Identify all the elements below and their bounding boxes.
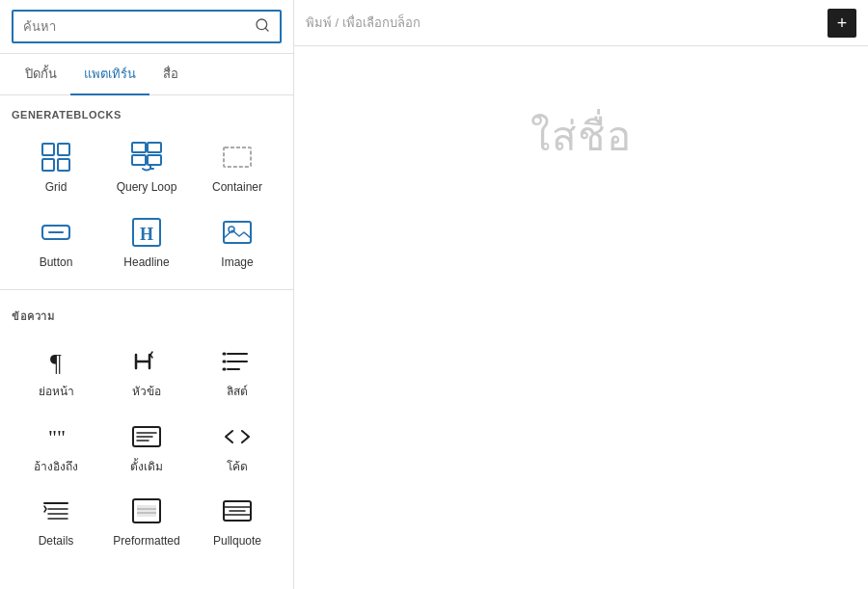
container-icon	[220, 140, 255, 174]
tab-pattern[interactable]: แพตเทิร์น	[70, 54, 149, 95]
svg-text:": "	[57, 425, 66, 449]
block-item-quote[interactable]: " " อ้างอิงถึง	[12, 410, 100, 483]
svg-rect-3	[58, 144, 69, 155]
toolbar-hint: พิมพ์ / เพื่อเลือกบล็อก	[306, 13, 420, 33]
section-divider	[0, 289, 293, 290]
svg-rect-2	[42, 144, 54, 155]
text-blocks-grid: ¶ ย่อหน้า หัวข้อ	[0, 331, 293, 565]
details-icon	[39, 494, 73, 528]
toolbar-right: +	[827, 9, 856, 38]
block-item-classic[interactable]: ตั้งเดิม	[102, 410, 191, 483]
block-item-pullquote[interactable]: Pullquote	[193, 484, 282, 557]
svg-rect-7	[148, 143, 161, 152]
block-item-query-loop[interactable]: Query Loop	[102, 130, 191, 203]
block-item-image[interactable]: Image	[193, 205, 282, 279]
block-label-quote: อ้างอิงถึง	[34, 460, 78, 475]
svg-rect-4	[42, 159, 54, 171]
paragraph-icon: ¶	[39, 344, 73, 379]
svg-rect-36	[137, 505, 156, 517]
svg-rect-5	[58, 159, 69, 171]
generateblocks-label: GENERATEBLOCKS	[0, 95, 293, 126]
block-label-container: Container	[212, 180, 262, 196]
classic-icon	[129, 419, 164, 454]
quote-icon: " "	[39, 419, 73, 454]
toolbar: พิมพ์ / เพื่อเลือกบล็อก +	[294, 0, 868, 46]
block-label-preformatted: Preformatted	[113, 534, 179, 549]
right-panel: พิมพ์ / เพื่อเลือกบล็อก + ใส่ชื่อ	[294, 0, 868, 589]
grid-icon	[39, 140, 73, 174]
block-label-classic: ตั้งเดิม	[130, 460, 163, 475]
block-label-button: Button	[40, 255, 73, 271]
svg-text:": "	[48, 425, 57, 449]
headline-icon: H	[129, 215, 164, 250]
search-bar	[0, 0, 293, 54]
block-item-paragraph[interactable]: ¶ ย่อหน้า	[12, 335, 100, 408]
block-label-headline: Headline	[123, 255, 169, 271]
tabs-bar: ปิดกั้น แพตเทิร์น สื่อ	[0, 54, 293, 95]
block-item-grid[interactable]: Grid	[12, 130, 100, 203]
block-item-button[interactable]: Button	[12, 205, 100, 279]
block-item-details[interactable]: Details	[12, 484, 100, 557]
search-wrapper	[12, 10, 282, 43]
block-label-grid: Grid	[45, 180, 68, 196]
block-label-image: Image	[221, 255, 253, 271]
block-item-container[interactable]: Container	[193, 130, 282, 203]
search-input[interactable]	[23, 19, 255, 34]
svg-text:¶: ¶	[50, 349, 62, 377]
block-label-heading: หัวข้อ	[132, 385, 161, 400]
block-item-heading[interactable]: หัวข้อ	[102, 335, 191, 408]
generateblocks-grid: Grid Query Loop C	[0, 126, 293, 285]
image-icon	[220, 215, 255, 250]
block-item-headline[interactable]: H Headline	[102, 205, 191, 279]
content-area[interactable]: ใส่ชื่อ	[294, 46, 868, 589]
add-block-button[interactable]: +	[827, 9, 856, 38]
svg-text:H: H	[140, 225, 153, 244]
block-item-code[interactable]: โค้ด	[193, 410, 282, 483]
block-item-list[interactable]: ลิสต์	[193, 335, 282, 408]
block-label-pullquote: Pullquote	[213, 534, 261, 549]
block-label-list: ลิสต์	[227, 385, 248, 400]
left-panel: ปิดกั้น แพตเทิร์น สื่อ GENERATEBLOCKS Gr…	[0, 0, 294, 589]
list-icon	[220, 344, 255, 379]
code-icon	[220, 419, 255, 454]
heading-icon	[129, 344, 164, 379]
tab-block[interactable]: ปิดกั้น	[12, 54, 70, 95]
button-icon	[39, 215, 73, 250]
svg-rect-8	[132, 155, 146, 165]
page-title-placeholder: ใส่ชื่อ	[530, 104, 632, 168]
svg-rect-9	[148, 155, 161, 165]
block-label-details: Details	[39, 534, 74, 549]
query-loop-icon	[129, 140, 164, 174]
block-label-paragraph: ย่อหน้า	[39, 385, 74, 400]
svg-line-1	[265, 28, 268, 31]
svg-rect-6	[132, 143, 146, 152]
block-label-code: โค้ด	[227, 460, 248, 475]
block-label-query-loop: Query Loop	[117, 180, 177, 196]
block-item-preformatted[interactable]: Preformatted	[102, 484, 191, 557]
text-section-label: ข้อความ	[0, 294, 293, 331]
svg-rect-15	[224, 222, 251, 243]
svg-rect-10	[224, 147, 251, 167]
pullquote-icon	[220, 494, 255, 528]
search-icon	[255, 17, 270, 36]
tab-media[interactable]: สื่อ	[149, 54, 192, 95]
preformatted-icon	[129, 494, 164, 528]
